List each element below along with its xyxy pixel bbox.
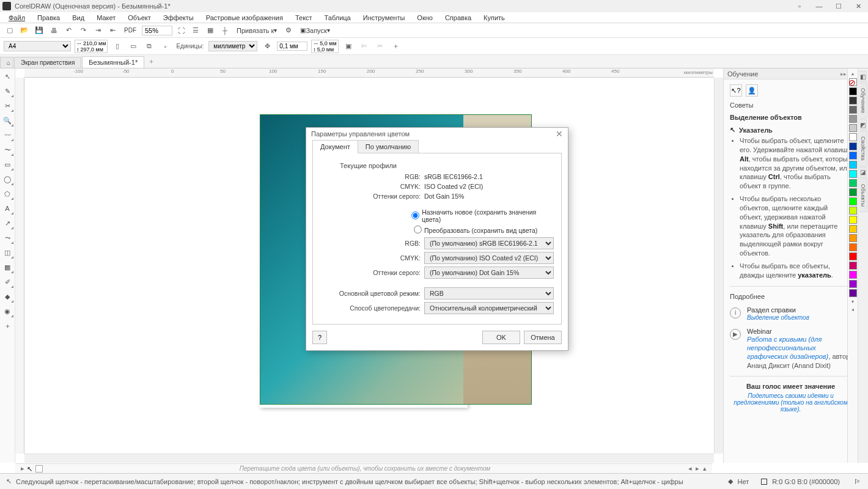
- duplicate-distance[interactable]: ↔5,0 мм ↕5,0 мм: [311, 40, 338, 53]
- open-icon[interactable]: 📂: [18, 25, 31, 36]
- publish-pdf-icon[interactable]: PDF: [121, 26, 139, 34]
- document-tab[interactable]: Безымянный-1*: [82, 56, 144, 68]
- freehand-tool-icon[interactable]: 〰: [2, 130, 13, 141]
- parallel-dim-icon[interactable]: ↗: [2, 218, 13, 229]
- ellipse-tool-icon[interactable]: ◯: [2, 174, 13, 185]
- units-dropdown[interactable]: миллиметры: [208, 41, 257, 51]
- fullscreen-icon[interactable]: ⛶: [175, 25, 187, 36]
- color-swatch[interactable]: [849, 106, 857, 114]
- toolbox-add-icon[interactable]: ＋: [2, 320, 13, 331]
- artistic-media-icon[interactable]: 〜: [2, 144, 13, 155]
- new-icon[interactable]: ▢: [4, 25, 16, 36]
- help-link[interactable]: Выделение объектов: [747, 314, 809, 322]
- docker-collapse-icon[interactable]: ▸▸: [840, 71, 847, 77]
- color-swatch[interactable]: [849, 271, 857, 279]
- add-button-icon[interactable]: ＋: [390, 40, 402, 53]
- redo-icon[interactable]: ↷: [77, 25, 89, 36]
- grid-icon[interactable]: ▦: [204, 25, 216, 36]
- menu-tools[interactable]: Инструменты: [358, 13, 410, 23]
- doc-palette-none-icon[interactable]: [35, 465, 43, 472]
- color-swatch[interactable]: [849, 152, 857, 160]
- docker-tab-icon2[interactable]: ◩: [859, 119, 867, 130]
- dialog-titlebar[interactable]: Параметры управления цветом ✕: [306, 128, 568, 140]
- color-swatch[interactable]: [849, 225, 857, 233]
- menu-buy[interactable]: Купить: [479, 13, 510, 23]
- docker-tab-icon3[interactable]: ◪: [859, 167, 867, 178]
- webinar-link[interactable]: Работа с кривыми (для непрофессиональных…: [747, 335, 851, 370]
- page-size-dropdown[interactable]: A4: [4, 41, 71, 51]
- color-swatch[interactable]: [849, 216, 857, 224]
- text-tool-icon[interactable]: A: [2, 203, 13, 214]
- menu-object[interactable]: Объект: [123, 13, 155, 23]
- horizontal-scrollbar[interactable]: [24, 454, 714, 463]
- polygon-tool-icon[interactable]: ⬠: [2, 188, 13, 199]
- maximize-icon[interactable]: ☐: [831, 2, 846, 10]
- doc-palette-right-icon[interactable]: ▸: [694, 465, 701, 472]
- launch-dropdown[interactable]: ▣ Запуск ▾: [297, 26, 333, 35]
- color-swatch[interactable]: ⊘: [849, 78, 857, 86]
- menu-layout[interactable]: Макет: [92, 13, 120, 23]
- gray-profile-dropdown[interactable]: (По умолчанию) Dot Gain 15%: [424, 267, 554, 279]
- menu-view[interactable]: Вид: [67, 13, 89, 23]
- menu-text[interactable]: Текст: [290, 13, 317, 23]
- add-tab-icon[interactable]: ＋: [145, 55, 157, 68]
- color-swatch[interactable]: [849, 234, 857, 242]
- color-swatch[interactable]: [849, 142, 857, 150]
- orientation-landscape-icon[interactable]: ▭: [127, 40, 139, 53]
- search-tab-icon[interactable]: 👤: [746, 84, 758, 97]
- export-icon[interactable]: ⇤: [106, 25, 119, 36]
- color-swatch[interactable]: [849, 170, 857, 178]
- nudge-input[interactable]: [277, 42, 307, 51]
- ok-button[interactable]: OK: [482, 331, 520, 344]
- color-swatch[interactable]: [849, 124, 857, 132]
- guides-icon[interactable]: ┼: [219, 25, 231, 36]
- docker-tab-objects[interactable]: Объекты: [859, 178, 867, 212]
- color-swatch[interactable]: [849, 289, 857, 297]
- orientation-portrait-icon[interactable]: ▯: [111, 40, 123, 53]
- options-icon[interactable]: ⚙: [282, 25, 295, 36]
- palette-down-icon[interactable]: ▾: [851, 298, 854, 306]
- menu-help[interactable]: Справка: [440, 13, 476, 23]
- connector-tool-icon[interactable]: ⤳: [2, 232, 13, 243]
- color-swatch[interactable]: [849, 243, 857, 251]
- color-swatch[interactable]: [849, 87, 857, 95]
- treat-as-filled-icon[interactable]: ▣: [342, 40, 355, 53]
- color-swatch[interactable]: [849, 262, 857, 270]
- convert-radio[interactable]: [414, 226, 422, 233]
- color-swatch[interactable]: [849, 252, 857, 260]
- eyedropper-tool-icon[interactable]: ✐: [2, 276, 13, 287]
- doc-palette-menu-icon[interactable]: ▸: [19, 465, 26, 472]
- color-swatch[interactable]: [849, 133, 857, 141]
- minimize-icon[interactable]: —: [812, 2, 826, 10]
- color-swatch[interactable]: [849, 207, 857, 215]
- pick-tool-icon[interactable]: ↖: [2, 71, 13, 82]
- color-swatch[interactable]: [849, 197, 857, 205]
- menu-window[interactable]: Окно: [412, 13, 438, 23]
- rgb-profile-dropdown[interactable]: (По умолчанию) sRGB IEC61966-2.1: [424, 237, 554, 249]
- color-swatch[interactable]: [849, 97, 857, 105]
- current-page-icon[interactable]: ▫: [159, 40, 171, 53]
- menu-table[interactable]: Таблица: [320, 13, 356, 23]
- color-swatch[interactable]: [849, 280, 857, 288]
- menu-file[interactable]: Файл: [4, 13, 30, 23]
- menu-edit[interactable]: Правка: [32, 13, 65, 23]
- smart-fill-icon[interactable]: ◉: [2, 306, 13, 317]
- rectangle-tool-icon[interactable]: ▭: [2, 159, 13, 170]
- horizontal-ruler[interactable]: -100 -50 0 50 100 150 200 250 300 350 40…: [24, 68, 714, 78]
- docker-tab-icon[interactable]: ◧: [859, 71, 867, 82]
- transparency-tool-icon[interactable]: ▩: [2, 262, 13, 273]
- menu-bitmaps[interactable]: Растровые изображения: [201, 13, 288, 23]
- doc-palette-left-icon[interactable]: ◂: [686, 465, 694, 472]
- assign-radio[interactable]: [411, 211, 419, 219]
- color-proof-icon[interactable]: 🏳: [852, 477, 862, 487]
- welcome-tab[interactable]: Экран приветствия: [14, 57, 81, 68]
- palette-expand-icon[interactable]: ◂: [851, 306, 854, 314]
- palette-up-icon[interactable]: ▴: [851, 70, 854, 78]
- vertical-scrollbar[interactable]: [714, 78, 723, 454]
- dialog-tab-document[interactable]: Документ: [312, 140, 358, 153]
- menu-effects[interactable]: Эффекты: [158, 13, 199, 23]
- minimize-aux-icon[interactable]: ▫: [792, 2, 807, 10]
- color-swatch[interactable]: [849, 161, 857, 169]
- dialog-tab-default[interactable]: По умолчанию: [358, 140, 419, 153]
- vertical-ruler[interactable]: [15, 78, 24, 454]
